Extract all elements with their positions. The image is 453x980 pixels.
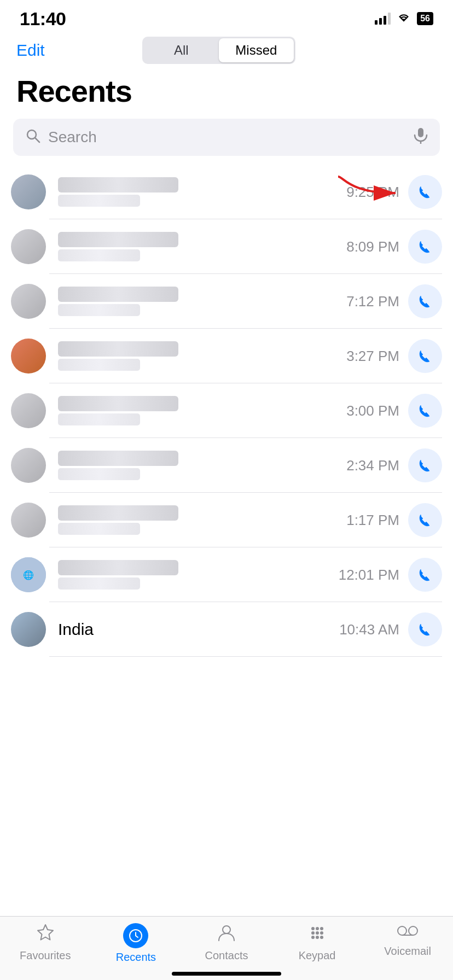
call-action-right: 12:01 PM: [339, 558, 442, 592]
home-indicator: [172, 972, 281, 976]
call-time: 9:25 PM: [346, 184, 399, 201]
svg-point-16: [316, 936, 319, 939]
call-button[interactable]: [408, 448, 442, 482]
tab-contacts-label: Contacts: [205, 949, 248, 962]
avatar: 🌐: [11, 557, 46, 592]
clock-icon: [123, 923, 148, 948]
tab-bar: Favourites Recents Contacts: [0, 916, 453, 980]
svg-point-18: [398, 926, 406, 935]
call-item: 7:12 PM: [0, 274, 453, 329]
call-action-right: 10:43 AM: [339, 612, 442, 646]
search-icon: [25, 128, 40, 147]
tab-voicemail-label: Voicemail: [384, 945, 431, 958]
voicemail-icon: [397, 923, 419, 942]
call-item: 9:25 PM: [0, 165, 453, 219]
search-input[interactable]: Search: [48, 129, 406, 146]
nav-bar: Edit All Missed: [0, 33, 453, 68]
segment-all[interactable]: All: [144, 38, 219, 62]
mic-icon[interactable]: [414, 127, 428, 148]
svg-point-10: [316, 927, 319, 930]
contact-info: [58, 560, 339, 590]
call-time: 2:34 PM: [346, 457, 399, 474]
contact-info: [58, 451, 346, 480]
call-action-right: 3:00 PM: [346, 394, 442, 428]
avatar: [11, 393, 46, 428]
call-button[interactable]: [408, 394, 442, 428]
call-button[interactable]: [408, 558, 442, 592]
status-bar: 11:40 56: [0, 0, 453, 33]
call-item: India 10:43 AM: [0, 602, 453, 657]
svg-point-19: [409, 926, 417, 935]
tab-keypad-label: Keypad: [299, 949, 336, 962]
contact-info: [58, 177, 346, 207]
svg-point-8: [223, 926, 230, 934]
call-item: 3:27 PM: [0, 329, 453, 383]
tab-keypad[interactable]: Keypad: [272, 923, 363, 964]
call-action-right: 9:25 PM: [346, 175, 442, 209]
svg-rect-2: [418, 128, 423, 137]
page-title: Recents: [0, 68, 453, 119]
contact-info: [58, 396, 346, 425]
avatar: [11, 612, 46, 647]
wifi-icon: [396, 11, 411, 26]
call-button[interactable]: [408, 284, 442, 318]
edit-button[interactable]: Edit: [16, 41, 45, 60]
call-time: 1:17 PM: [346, 512, 399, 529]
tab-recents-label: Recents: [116, 951, 156, 964]
call-button[interactable]: [408, 503, 442, 537]
keypad-icon: [307, 923, 327, 947]
call-action-right: 7:12 PM: [346, 284, 442, 318]
svg-point-14: [320, 931, 323, 935]
svg-text:🌐: 🌐: [23, 570, 34, 580]
tab-contacts[interactable]: Contacts: [181, 923, 272, 964]
svg-point-0: [27, 130, 36, 139]
call-action-right: 1:17 PM: [346, 503, 442, 537]
call-item: 1:17 PM: [0, 493, 453, 547]
svg-point-15: [311, 936, 315, 939]
tab-recents[interactable]: Recents: [91, 923, 182, 964]
segment-missed[interactable]: Missed: [219, 38, 294, 62]
call-button[interactable]: [408, 612, 442, 646]
status-time: 11:40: [20, 8, 66, 30]
tab-favourites[interactable]: Favourites: [0, 923, 91, 964]
call-item: 3:00 PM: [0, 383, 453, 438]
call-action-right: 8:09 PM: [346, 230, 442, 264]
search-bar[interactable]: Search: [13, 119, 440, 156]
avatar: [11, 503, 46, 538]
call-button[interactable]: [408, 175, 442, 209]
svg-point-12: [311, 931, 315, 935]
tab-voicemail[interactable]: Voicemail: [362, 923, 453, 964]
avatar: [11, 284, 46, 319]
call-button[interactable]: [408, 230, 442, 264]
tab-favourites-label: Favourites: [20, 949, 71, 962]
person-icon: [217, 923, 236, 947]
contact-name: India: [58, 620, 94, 638]
signal-icon: [375, 13, 391, 25]
call-time: 7:12 PM: [346, 293, 399, 310]
svg-line-1: [36, 138, 40, 142]
contact-info: [58, 341, 346, 371]
call-time: 12:01 PM: [339, 567, 399, 584]
call-time: 8:09 PM: [346, 238, 399, 255]
svg-point-13: [316, 931, 319, 935]
avatar: [11, 339, 46, 374]
call-time: 10:43 AM: [339, 621, 399, 638]
avatar: [11, 174, 46, 209]
call-time: 3:00 PM: [346, 402, 399, 419]
avatar: [11, 229, 46, 264]
status-icons: 56: [375, 11, 433, 26]
contact-info: [58, 505, 346, 535]
segment-control: All Missed: [142, 37, 295, 64]
contact-info: [58, 287, 346, 316]
contact-info: India: [58, 620, 339, 639]
call-action-right: 3:27 PM: [346, 339, 442, 373]
svg-point-9: [311, 927, 315, 930]
call-button[interactable]: [408, 339, 442, 373]
call-time: 3:27 PM: [346, 348, 399, 365]
svg-point-11: [320, 927, 323, 930]
call-item: 🌐 12:01 PM: [0, 547, 453, 602]
avatar: [11, 448, 46, 483]
call-action-right: 2:34 PM: [346, 448, 442, 482]
svg-point-17: [320, 936, 323, 939]
contact-info: [58, 232, 346, 261]
